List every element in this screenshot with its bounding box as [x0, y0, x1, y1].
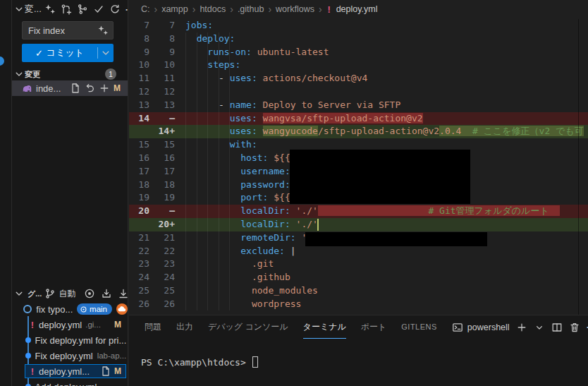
code-line[interactable]: 77jobs: — [129, 19, 588, 32]
graph-auto-label[interactable]: 自動 — [59, 288, 75, 300]
panel-tab-4[interactable]: ターミナル — [303, 315, 346, 339]
kill-terminal-icon[interactable] — [569, 322, 580, 333]
terminal-dropdown-icon[interactable] — [534, 322, 545, 333]
line-number-old: 13 — [129, 99, 149, 112]
code-line[interactable]: 2222 exclude: | — [129, 245, 588, 258]
more-icon[interactable]: ··· — [125, 4, 128, 15]
line-number-new: 15 — [149, 138, 175, 152]
stage-plus-icon[interactable] — [99, 83, 110, 94]
source-control-graph-icon[interactable] — [77, 4, 88, 15]
line-number-new: 14+ — [149, 125, 175, 138]
line-number-old: 18 — [129, 179, 149, 192]
graph-file[interactable]: !deploy.yml.gi...M — [25, 318, 126, 332]
line-number-new: 11 — [149, 72, 175, 85]
vscode-window: 変... ··· Fix index ✓ コミット 変更 1 inde... — [0, 0, 588, 386]
panel-tab-bar: 問題出力デバッグ コンソールターミナルポートGITLENSpowershell·… — [129, 315, 588, 339]
commit-message-value: Fix index — [28, 25, 97, 36]
source-control-sidebar: 変... ··· Fix index ✓ コミット 変更 1 inde... — [12, 0, 128, 386]
terminal[interactable]: PS C:\xampp\htdocs> — [141, 356, 258, 368]
pull-request-create-icon[interactable] — [61, 4, 72, 15]
graph-commit-row[interactable]: fix typo...main — [12, 301, 128, 317]
breadcrumb-item[interactable]: C: — [141, 4, 150, 14]
code-line[interactable]: 20+ localDir: './' — [129, 218, 588, 231]
sparkle-icon[interactable] — [97, 25, 109, 36]
target-icon[interactable] — [84, 288, 95, 299]
file-name: deploy.yml... — [39, 366, 90, 377]
panel-tab-5[interactable]: ポート — [361, 315, 387, 339]
commit-message-input[interactable]: Fix index — [22, 21, 114, 40]
line-number-new: 24 — [149, 271, 175, 284]
terminal-shell-item[interactable]: powershell — [452, 322, 510, 333]
target-icon — [80, 306, 87, 313]
code-line[interactable]: 14+ uses: wangyucode/sftp-upload-action@… — [129, 125, 588, 138]
graph-label: グ... — [27, 289, 42, 299]
code-line[interactable]: 2525 node_modules — [129, 284, 588, 298]
discard-icon[interactable] — [84, 83, 95, 94]
code-text: jobs: — [175, 19, 588, 32]
chevron-down-icon[interactable] — [13, 4, 25, 15]
code-line[interactable]: 99 runs-on: ubuntu-latest — [129, 46, 588, 59]
code-line[interactable]: 1313 - name: Deploy to Server via SFTP — [129, 99, 588, 112]
graph-file-row[interactable]: !deploy.yml...M — [12, 363, 128, 379]
download-icon[interactable] — [118, 288, 128, 299]
breadcrumb-file[interactable]: deploy.yml — [336, 4, 378, 14]
panel-tab-1[interactable]: 問題 — [145, 315, 161, 339]
graph-commit-row[interactable]: Add deploy.yml — [12, 379, 128, 386]
graph-commit-row[interactable]: Fix deploy.ymllab-ap... — [12, 348, 128, 363]
line-number-old: 22 — [129, 245, 149, 258]
breadcrumb: C:›xampp›htdocs›.github›workflows›!deplo… — [129, 0, 588, 18]
line-number-old: 11 — [129, 72, 149, 85]
code-text: deploy: — [175, 32, 588, 46]
line-number-new: 23 — [149, 258, 175, 271]
code-text: .github — [175, 271, 588, 284]
new-terminal-plus-icon[interactable] — [516, 322, 527, 333]
changed-file-row[interactable]: inde... M — [12, 80, 128, 96]
panel-tab-3[interactable]: デバッグ コンソール — [208, 315, 288, 339]
breadcrumb-item[interactable]: workflows — [276, 4, 314, 14]
code-line[interactable]: 14– uses: wangvsa/sftp-upload-action@v2 — [129, 112, 588, 126]
graph-file-row[interactable]: !deploy.yml.gi...M — [12, 317, 128, 332]
panel-tab-2[interactable]: 出力 — [176, 315, 193, 339]
code-line[interactable]: 1010 steps: — [129, 59, 588, 72]
line-number-old: 21 — [129, 231, 149, 245]
code-line[interactable]: 88 deploy: — [129, 32, 588, 46]
indent-guide — [197, 32, 197, 310]
file-path: .gi... — [85, 320, 101, 329]
modified-status-badge: M — [114, 320, 121, 330]
open-file-icon[interactable] — [99, 366, 111, 377]
line-number-new: 7 — [149, 19, 175, 32]
branch-badge[interactable]: main — [77, 303, 112, 315]
breadcrumb-separator: › — [230, 4, 233, 15]
code-text: localDir: './' — [175, 218, 588, 231]
commit-check-icon[interactable] — [93, 4, 104, 15]
code-line[interactable]: 1111 - uses: actions/checkout@v4 — [129, 72, 588, 85]
modified-status-badge: M — [114, 83, 121, 93]
graph-section-header[interactable]: グ... 自動 — [12, 286, 128, 301]
commit-dropdown-button[interactable] — [98, 44, 114, 62]
graph-commit-row[interactable]: Fix deploy.yml for pri... — [12, 332, 128, 348]
sparkle-icon[interactable] — [44, 4, 56, 15]
split-terminal-icon[interactable] — [551, 322, 563, 333]
graph-file-selected[interactable]: !deploy.yml...M — [25, 364, 126, 378]
line-number-old: 20 — [129, 205, 149, 218]
open-file-icon[interactable] — [69, 83, 80, 94]
fetch-icon[interactable] — [101, 288, 112, 299]
panel-tab-6[interactable]: GITLENS — [401, 315, 437, 339]
breadcrumb-item[interactable]: xampp — [161, 4, 188, 14]
code-line[interactable]: 20– localDir: './' # Git管理フォルダのルート — [129, 205, 588, 218]
commit-message: Add deploy.yml — [35, 382, 97, 386]
commit-button[interactable]: ✓ コミット — [22, 44, 97, 62]
changes-section-header[interactable]: 変更 1 — [12, 68, 128, 80]
breadcrumb-item[interactable]: htdocs — [200, 4, 226, 14]
line-number-new: 9 — [149, 46, 175, 59]
code-line[interactable]: 2626 wordpress — [129, 298, 588, 311]
code-line[interactable]: 2323 .git — [129, 258, 588, 271]
breadcrumb-item[interactable]: .github — [238, 4, 264, 14]
code-line[interactable]: 1212 — [129, 85, 588, 99]
code-text: wordpress — [175, 298, 588, 311]
code-text: - name: Deploy to Server via SFTP — [175, 99, 588, 112]
refresh-icon[interactable] — [109, 4, 121, 15]
file-name: deploy.yml — [39, 320, 82, 330]
check-icon: ✓ — [35, 48, 43, 59]
code-line[interactable]: 2424 .github — [129, 271, 588, 284]
